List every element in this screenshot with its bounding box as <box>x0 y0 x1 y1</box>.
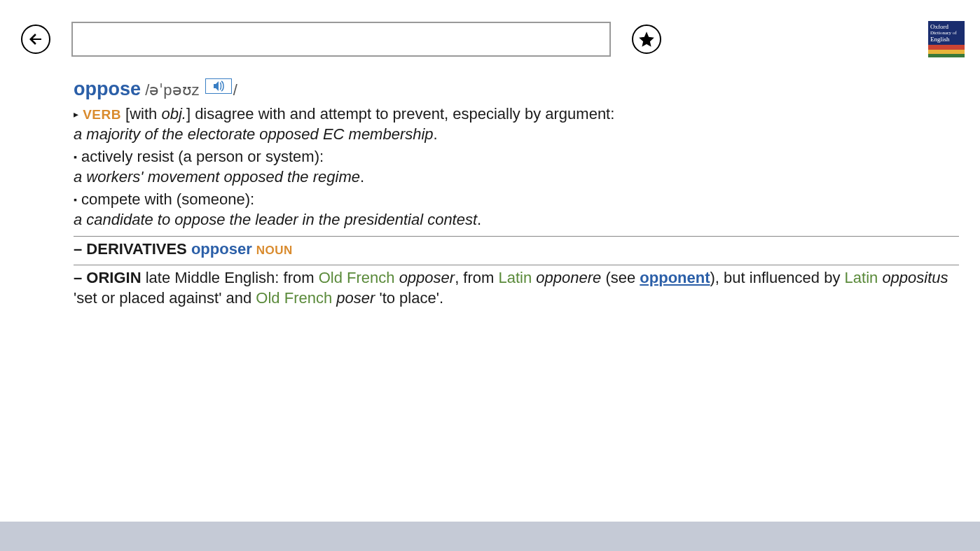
bullet-marker: ▪ <box>74 151 77 162</box>
def-text-3: compete with (someone): <box>81 190 254 208</box>
derivative-word: opposer <box>191 240 252 258</box>
origin-link-opponent[interactable]: opponent <box>640 269 710 286</box>
pronunciation: əˈpəʊz <box>149 81 199 99</box>
origin-label: – ORIGIN <box>74 269 142 286</box>
back-button[interactable] <box>21 25 50 54</box>
def-text-2: actively resist (a person or system): <box>81 148 324 165</box>
origin-t5: 'set or placed against' and <box>74 289 256 307</box>
origin-t4: ), but influenced by <box>710 269 845 286</box>
arrow-left-icon <box>27 31 44 48</box>
origin-section: – ORIGIN late Middle English: from Old F… <box>74 265 959 308</box>
origin-t1: late Middle English: from <box>142 269 319 286</box>
star-icon <box>637 30 656 48</box>
origin-w1: opposer <box>395 269 455 286</box>
origin-t6: 'to place'. <box>375 289 443 307</box>
entry-content: oppose /əˈpəʊz / ▸ VERB [with obj.] disa… <box>0 57 980 308</box>
grammar-close: ] <box>186 105 195 123</box>
pron-close: / <box>233 81 237 99</box>
bullet-marker: ▪ <box>74 194 77 205</box>
origin-w2: opponere <box>532 269 601 286</box>
headword: oppose <box>74 78 141 99</box>
headword-line: oppose /əˈpəʊz / <box>74 77 959 102</box>
origin-w3: oppositus <box>878 269 948 286</box>
def-text-1: disagree with and attempt to prevent, es… <box>195 105 614 123</box>
grammar-obj: obj. <box>161 105 186 123</box>
part-of-speech: VERB <box>83 107 121 122</box>
origin-t2: , from <box>455 269 498 286</box>
definition-3: ▪ compete with (someone): a candidate to… <box>74 190 959 230</box>
origin-t3: (see <box>601 269 640 286</box>
oxford-logo: Oxford Dictionary of English <box>928 21 965 57</box>
origin-lang3: Latin <box>845 269 878 286</box>
definition-2: ▪ actively resist (a person or system): … <box>74 147 959 187</box>
grammar-open: [with <box>125 105 161 123</box>
speaker-icon <box>213 81 226 92</box>
origin-lang1: Old French <box>319 269 395 286</box>
definition-1: ▸ VERB [with obj.] disagree with and att… <box>74 104 959 144</box>
origin-lang2: Latin <box>498 269 532 286</box>
derivatives-section: – DERIVATIVES opposer NOUN <box>74 236 959 260</box>
example-2: a workers' movement opposed the regime <box>74 168 360 186</box>
origin-lang4: Old French <box>256 289 332 307</box>
favorite-button[interactable] <box>632 25 661 54</box>
play-audio-button[interactable] <box>205 78 232 94</box>
example-1: a majority of the electorate opposed EC … <box>74 125 434 143</box>
derivatives-label: – DERIVATIVES <box>74 240 187 258</box>
derivative-pos: NOUN <box>256 244 293 257</box>
origin-w4: poser <box>332 289 375 307</box>
search-input[interactable] <box>71 22 611 57</box>
triangle-marker: ▸ <box>74 109 78 120</box>
footer-bar <box>0 522 980 551</box>
logo-text-3: English <box>930 36 962 43</box>
example-3: a candidate to oppose the leader in the … <box>74 211 477 228</box>
